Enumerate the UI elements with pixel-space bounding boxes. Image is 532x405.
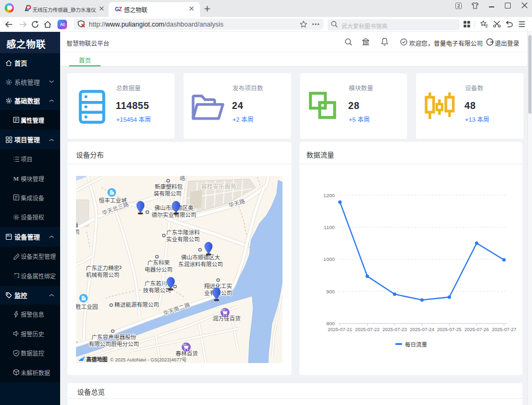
svg-text:每日流量: 每日流量	[405, 341, 427, 348]
svg-text:实业有限公司: 实业有限公司	[167, 236, 200, 242]
svg-text:2025-07-27: 2025-07-27	[492, 327, 516, 332]
svg-text:广东科荣: 广东科荣	[147, 259, 170, 266]
svg-text:路: 路	[180, 176, 186, 181]
svg-text:技有限公司: 技有限公司	[143, 287, 171, 293]
svg-text:精进能源有限公司: 精进能源有限公司	[114, 301, 159, 308]
svg-text:机械有限公司: 机械有限公司	[86, 272, 120, 278]
svg-text:© 2025 AutoNavi - GS(2023)4677: © 2025 AutoNavi - GS(2023)4677号	[110, 357, 187, 362]
svg-text:广东正力精密: 广东正力精密	[86, 265, 120, 271]
svg-text:东润涂料有限公司: 东润涂料有限公司	[178, 261, 223, 267]
svg-text:容桂安乐阁苑: 容桂安乐阁苑	[201, 183, 236, 190]
svg-text:佛山市顺德区大: 佛山市顺德区大	[181, 254, 220, 260]
svg-text:胜工业园: 胜工业园	[76, 303, 98, 310]
svg-text:2025-07-21: 2025-07-21	[328, 327, 352, 332]
svg-text:2025-07-26: 2025-07-26	[464, 327, 489, 332]
svg-text:2025-07-22: 2025-07-22	[355, 327, 379, 332]
svg-text:公司: 公司	[76, 229, 80, 235]
svg-text:1100: 1100	[324, 224, 335, 230]
svg-text:1000: 1000	[323, 256, 335, 262]
svg-text:2025-07-24: 2025-07-24	[410, 327, 434, 332]
svg-text:广东容声电器股份: 广东容声电器股份	[92, 334, 136, 340]
svg-text:1200: 1200	[323, 192, 335, 198]
svg-text:广东华隆涂料: 广东华隆涂料	[167, 229, 200, 235]
svg-text:新康塑料包: 新康塑料包	[155, 183, 183, 190]
svg-text:800: 800	[326, 320, 335, 326]
svg-text:2025-07-25: 2025-07-25	[437, 327, 462, 332]
svg-text:装有限公司: 装有限公司	[154, 190, 182, 197]
svg-text:德尔实业有限公司: 德尔实业有限公司	[152, 212, 196, 218]
svg-text:M: M	[13, 175, 19, 182]
svg-text:2025-07-23: 2025-07-23	[383, 327, 407, 332]
svg-text:高德地图: 高德地图	[86, 356, 107, 362]
svg-text:900: 900	[326, 289, 335, 294]
svg-text:电器分公司: 电器分公司	[145, 266, 173, 273]
svg-text:厂: 厂	[76, 341, 78, 347]
svg-text:有限公司厨电分公司: 有限公司厨电分公司	[89, 341, 139, 347]
svg-text:海: 海	[76, 222, 79, 228]
